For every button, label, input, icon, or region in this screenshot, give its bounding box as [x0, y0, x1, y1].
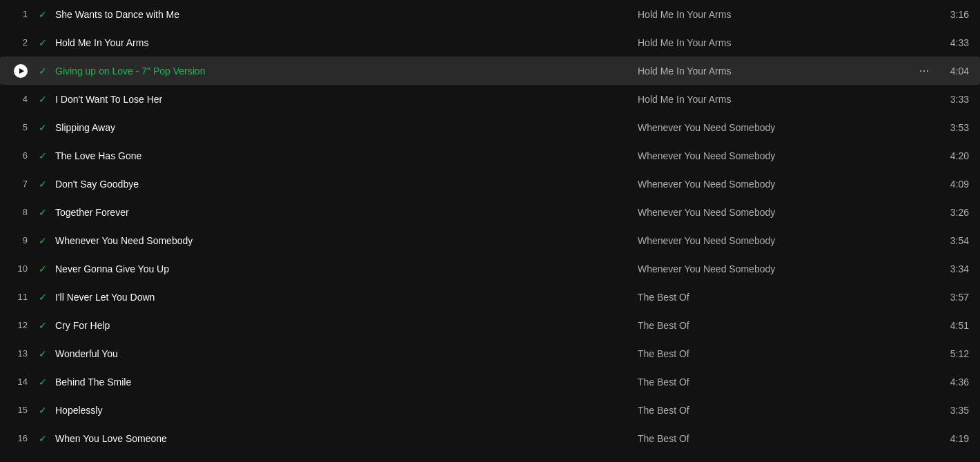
track-number: 10	[11, 263, 36, 274]
check-icon: ✓	[36, 150, 50, 161]
track-title: She Wants to Dance with Me	[55, 9, 638, 20]
track-title: Hopelessly	[55, 405, 638, 416]
table-row[interactable]: ✓Giving up on Love - 7" Pop VersionHold …	[0, 57, 980, 85]
track-title: The Love Has Gone	[55, 150, 638, 161]
track-title: Cry For Help	[55, 320, 638, 331]
track-album: Hold Me In Your Arms	[638, 94, 914, 105]
track-duration: 3:16	[934, 9, 969, 20]
track-album: Whenever You Need Somebody	[638, 263, 914, 274]
table-row[interactable]: 11✓I'll Never Let You DownThe Best Of3:5…	[0, 283, 980, 311]
track-album: The Best Of	[638, 405, 914, 416]
table-row[interactable]: 15✓HopelesslyThe Best Of3:35	[0, 396, 980, 424]
track-title: Slipping Away	[55, 122, 638, 133]
track-duration: 5:12	[934, 348, 969, 359]
table-row[interactable]: 16✓When You Love SomeoneThe Best Of4:19	[0, 424, 980, 452]
check-icon: ✓	[36, 292, 50, 303]
track-duration: 3:34	[934, 263, 969, 274]
check-icon: ✓	[36, 122, 50, 133]
track-album: Whenever You Need Somebody	[638, 207, 914, 218]
track-number: 15	[11, 405, 36, 415]
table-row[interactable]: 4✓I Don't Want To Lose HerHold Me In You…	[0, 85, 980, 113]
table-row[interactable]: 1✓She Wants to Dance with MeHold Me In Y…	[0, 0, 980, 28]
track-duration: 4:19	[934, 433, 969, 444]
track-duration: 3:54	[934, 235, 969, 246]
table-row[interactable]: 14✓Behind The SmileThe Best Of4:36	[0, 368, 980, 396]
table-row[interactable]: 13✓Wonderful YouThe Best Of5:12	[0, 339, 980, 368]
check-icon: ✓	[36, 94, 50, 105]
table-row[interactable]: 6✓The Love Has GoneWhenever You Need Som…	[0, 141, 980, 170]
table-row[interactable]: 10✓Never Gonna Give You UpWhenever You N…	[0, 254, 980, 283]
check-icon: ✓	[36, 235, 50, 246]
track-number: 9	[11, 235, 36, 245]
table-row[interactable]: 8✓Together ForeverWhenever You Need Some…	[0, 198, 980, 226]
track-number: 6	[11, 150, 36, 161]
track-album: Whenever You Need Somebody	[638, 122, 914, 133]
track-album: Hold Me In Your Arms	[638, 37, 914, 48]
track-album: Whenever You Need Somebody	[638, 235, 914, 246]
table-row[interactable]: 2✓Hold Me In Your ArmsHold Me In Your Ar…	[0, 28, 980, 57]
track-duration: 3:57	[934, 292, 969, 303]
check-icon: ✓	[36, 348, 50, 359]
track-duration: 3:35	[934, 405, 969, 416]
track-number: 5	[11, 122, 36, 132]
track-album: Whenever You Need Somebody	[638, 179, 914, 190]
track-title: Giving up on Love - 7" Pop Version	[55, 66, 638, 77]
track-album: The Best Of	[638, 320, 914, 331]
table-row[interactable]: 9✓Whenever You Need SomebodyWhenever You…	[0, 226, 980, 254]
track-duration: 4:51	[934, 320, 969, 331]
track-number: 13	[11, 348, 36, 359]
table-row[interactable]: 7✓Don't Say GoodbyeWhenever You Need Som…	[0, 170, 980, 198]
track-title: Hold Me In Your Arms	[55, 37, 638, 48]
check-icon: ✓	[36, 37, 50, 48]
track-number: 11	[11, 292, 36, 302]
track-title: Wonderful You	[55, 348, 638, 359]
check-icon: ✓	[36, 405, 50, 416]
track-title: Together Forever	[55, 207, 638, 218]
track-number: 8	[11, 207, 36, 217]
track-album: Whenever You Need Somebody	[638, 150, 914, 161]
table-row[interactable]: 5✓Slipping AwayWhenever You Need Somebod…	[0, 113, 980, 141]
track-number: 16	[11, 433, 36, 443]
track-number: 7	[11, 179, 36, 189]
track-title: Behind The Smile	[55, 376, 638, 388]
check-icon: ✓	[36, 9, 50, 20]
check-icon: ✓	[36, 320, 50, 331]
check-icon: ✓	[36, 66, 50, 77]
check-icon: ✓	[36, 263, 50, 274]
track-number: 2	[11, 37, 36, 48]
track-album: The Best Of	[638, 292, 914, 303]
table-row[interactable]: 12✓Cry For HelpThe Best Of4:51	[0, 311, 980, 339]
track-title: Don't Say Goodbye	[55, 179, 638, 190]
track-title: I Don't Want To Lose Her	[55, 94, 638, 105]
track-title: Whenever You Need Somebody	[55, 235, 638, 246]
track-album: Hold Me In Your Arms	[638, 9, 914, 20]
track-duration: 4:20	[934, 150, 969, 161]
track-title: When You Love Someone	[55, 433, 638, 444]
track-title: I'll Never Let You Down	[55, 292, 638, 303]
track-number: 14	[11, 376, 36, 387]
track-number: 1	[11, 9, 36, 19]
check-icon: ✓	[36, 433, 50, 444]
track-duration: 3:53	[934, 122, 969, 133]
track-duration: 4:33	[934, 37, 969, 48]
track-title: Never Gonna Give You Up	[55, 263, 638, 274]
track-duration: 4:09	[934, 179, 969, 190]
track-album: The Best Of	[638, 433, 914, 444]
track-duration: 4:36	[934, 376, 969, 388]
track-album: The Best Of	[638, 348, 914, 359]
track-duration: 3:26	[934, 207, 969, 218]
track-number: 4	[11, 94, 36, 104]
check-icon: ✓	[36, 179, 50, 190]
track-number: 12	[11, 320, 36, 330]
track-duration: 4:04	[934, 66, 969, 77]
play-button[interactable]	[14, 64, 28, 78]
track-album: The Best Of	[638, 376, 914, 388]
track-list: 1✓She Wants to Dance with MeHold Me In Y…	[0, 0, 980, 452]
check-icon: ✓	[36, 376, 50, 388]
track-album: Hold Me In Your Arms	[638, 66, 914, 77]
check-icon: ✓	[36, 207, 50, 218]
play-icon-wrapper	[11, 64, 36, 78]
track-options-button[interactable]: ···	[914, 63, 934, 78]
track-duration: 3:33	[934, 94, 969, 105]
